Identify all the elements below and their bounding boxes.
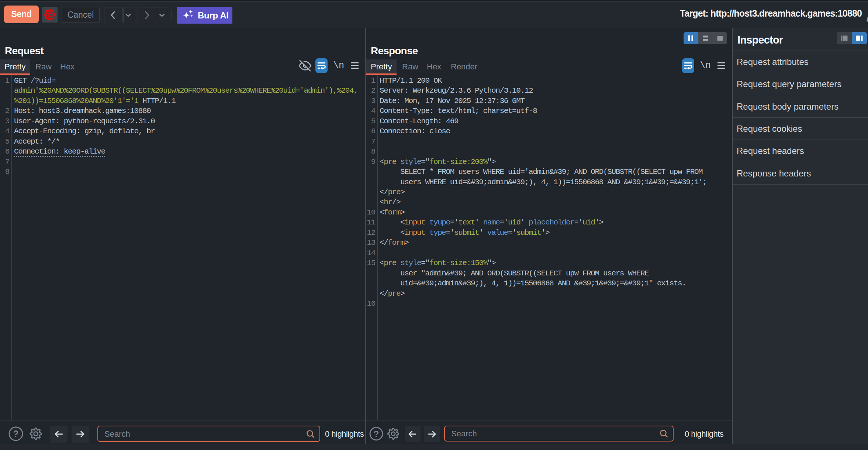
- svg-text:?: ?: [374, 429, 379, 439]
- svg-text:?: ?: [13, 429, 18, 439]
